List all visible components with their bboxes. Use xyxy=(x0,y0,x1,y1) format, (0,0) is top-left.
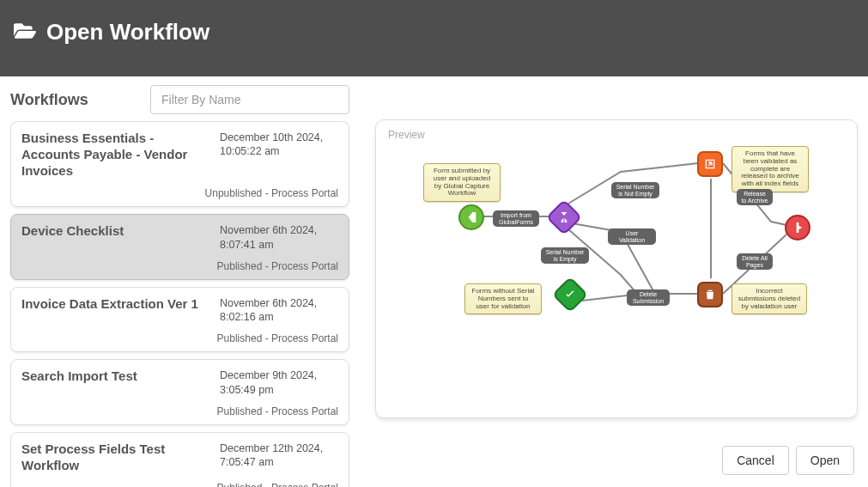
start-node xyxy=(458,204,484,230)
workflow-date: December 12th 2024, 7:05:47 am xyxy=(220,441,338,474)
note-without-serial: Forms without Serial Numbers sent to use… xyxy=(464,283,542,314)
workflow-name: Device Checklist xyxy=(21,223,206,252)
note-incorrect: Incorrect submissions deleted by valadat… xyxy=(731,283,807,314)
workflow-date: November 6th 2024, 8:07:41 am xyxy=(220,223,338,252)
workflow-item[interactable]: Invoice Data Extraction Ver 1November 6t… xyxy=(10,287,349,353)
open-button[interactable]: Open xyxy=(796,446,854,475)
cancel-button[interactable]: Cancel xyxy=(722,446,789,475)
workflows-heading: Workflows xyxy=(10,91,88,109)
preview-panel: Preview Form submitted by user and uploa… xyxy=(375,119,858,418)
workflow-date: December 9th 2024, 3:05:49 pm xyxy=(220,368,338,397)
note-submitted: Form submitted by user and uploaded by G… xyxy=(423,163,501,202)
workflow-item[interactable]: Business Essentials - Accounts Payable -… xyxy=(10,121,349,207)
workflow-date: November 6th 2024, 8:02:16 am xyxy=(220,296,338,325)
workflow-item[interactable]: Search Import TestDecember 9th 2024, 3:0… xyxy=(10,359,349,425)
modal-header: Open Workflow xyxy=(0,0,868,76)
release-node xyxy=(697,151,723,177)
tag-delete-submission: Delete Submission xyxy=(627,289,670,306)
tag-release-archive: Release to Archive xyxy=(737,189,773,205)
tag-delete-pages: Delete All Pages xyxy=(737,253,773,270)
footer-actions: Cancel Open xyxy=(722,446,854,475)
filter-input[interactable] xyxy=(150,85,349,114)
workflow-name: Search Import Test xyxy=(21,368,206,397)
workflow-item[interactable]: Device ChecklistNovember 6th 2024, 8:07:… xyxy=(10,214,349,280)
workflow-status: Published - Process Portal xyxy=(21,482,338,487)
note-validated: Forms that have been validated as comple… xyxy=(731,146,809,192)
workflow-status: Published - Process Portal xyxy=(21,332,338,344)
modal-title: Open Workflow xyxy=(46,19,209,46)
workflow-status: Unpublished - Process Portal xyxy=(21,187,338,199)
workflow-date: December 10th 2024, 10:05:22 am xyxy=(220,131,338,179)
end-node xyxy=(785,215,810,240)
workflow-status: Published - Process Portal xyxy=(21,260,338,272)
workflow-item[interactable]: Set Process Fields Test WorkflowDecember… xyxy=(10,432,349,487)
tag-import: Import from GlobalForms xyxy=(493,210,539,227)
delete-node xyxy=(697,282,723,307)
workflow-name: Business Essentials - Accounts Payable -… xyxy=(21,131,206,179)
tag-user-validation: User Validation xyxy=(608,228,656,245)
workflow-status: Published - Process Portal xyxy=(21,405,338,417)
tag-not-empty: Serial Number is Not Empty xyxy=(611,182,659,198)
folder-open-icon xyxy=(14,20,36,46)
workflow-name: Set Process Fields Test Workflow xyxy=(21,441,206,474)
tag-empty: Serial Number is Empty xyxy=(541,247,589,264)
workflow-list-panel: Workflows Business Essentials - Accounts… xyxy=(10,85,349,487)
workflow-name: Invoice Data Extraction Ver 1 xyxy=(21,296,206,325)
